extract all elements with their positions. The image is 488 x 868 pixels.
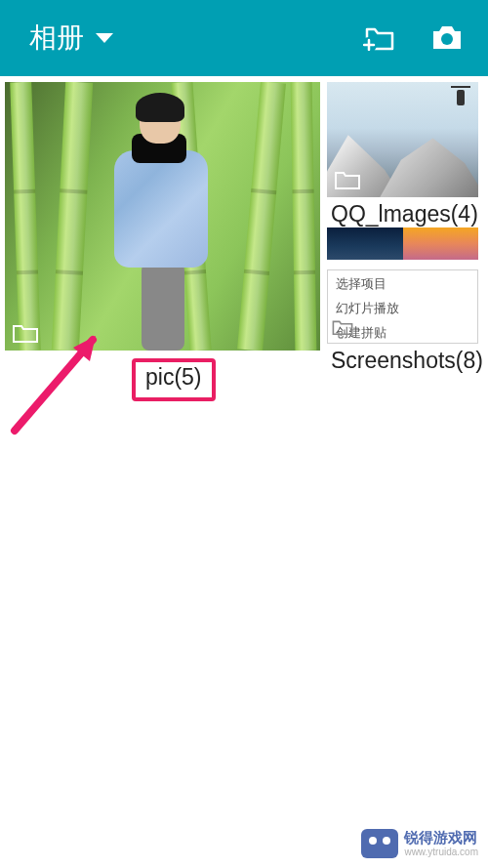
album-pic-label: pic(5) — [132, 358, 216, 401]
app-header: 相册 — [0, 0, 488, 76]
watermark: 锐得游戏网 www.ytruida.com — [361, 829, 478, 858]
context-menu-item-select: 选择项目 — [336, 276, 469, 293]
album-pic[interactable]: pic(5) — [5, 82, 320, 401]
svg-point-1 — [441, 33, 453, 45]
watermark-title: 锐得游戏网 — [404, 830, 478, 847]
add-folder-button[interactable] — [363, 25, 396, 51]
album-screenshots-label: Screenshots(8) — [327, 348, 478, 374]
page-title: 相册 — [29, 20, 84, 57]
album-qq-label: QQ_lmages(4) — [327, 201, 478, 227]
album-grid: pic(5) QQ_lmages(4) — [0, 76, 488, 401]
folder-icon — [332, 319, 357, 339]
header-actions — [363, 24, 463, 52]
album-qq-thumbnail-sub — [327, 227, 478, 260]
context-menu-item-slideshow: 幻灯片播放 — [336, 301, 469, 317]
watermark-logo-icon — [361, 829, 398, 858]
camera-button[interactable] — [431, 24, 463, 52]
folder-icon — [335, 170, 360, 189]
dropdown-icon — [96, 33, 113, 43]
album-qq-images[interactable]: QQ_lmages(4) — [327, 82, 478, 260]
album-qq-thumbnail — [327, 82, 478, 197]
album-screenshots-thumbnail: 选择项目 幻灯片播放 创建拼贴 — [327, 269, 478, 344]
album-screenshots[interactable]: 选择项目 幻灯片播放 创建拼贴 Screenshots(8) — [327, 269, 478, 374]
album-pic-thumbnail — [5, 82, 320, 351]
header-title-dropdown[interactable]: 相册 — [29, 20, 113, 57]
watermark-url: www.ytruida.com — [404, 847, 478, 857]
album-right-column: QQ_lmages(4) 选择项目 幻灯片播放 创建拼贴 Screenshots… — [327, 82, 478, 401]
folder-icon — [13, 323, 38, 343]
